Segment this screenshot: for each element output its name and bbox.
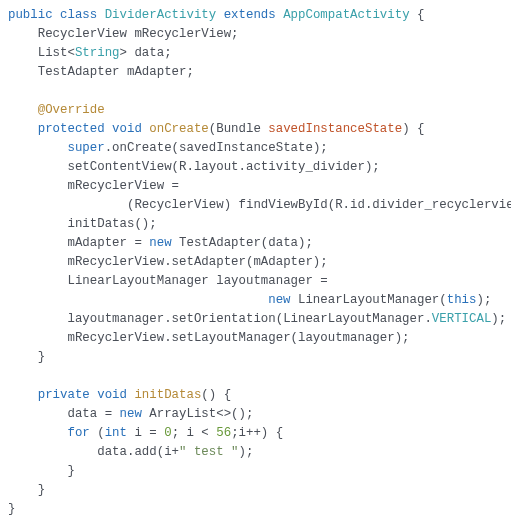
- field-decl: List: [38, 46, 68, 60]
- param-savedinstancestate: savedInstanceState: [268, 122, 402, 136]
- for-prefix: (: [90, 426, 105, 440]
- keyword-class: class: [60, 8, 97, 22]
- keyword-protected: protected: [38, 122, 105, 136]
- assign-mrecyclerview: mRecyclerView =: [68, 179, 180, 193]
- annotation-override: @Override: [38, 103, 105, 117]
- llm-new-suffix: );: [476, 293, 491, 307]
- keyword-void: void: [97, 388, 127, 402]
- method-oncreate: onCreate: [149, 122, 209, 136]
- llm-new-prefix: LinearLayoutManager(: [291, 293, 447, 307]
- lt: <: [68, 46, 75, 60]
- keyword-new: new: [268, 293, 290, 307]
- keyword-public: public: [8, 8, 53, 22]
- keyword-extends: extends: [224, 8, 276, 22]
- type-divideractivity: DividerActivity: [105, 8, 217, 22]
- llm-decl: LinearLayoutManager layoutmanager =: [68, 274, 328, 288]
- num-0: 0: [164, 426, 171, 440]
- keyword-super: super: [68, 141, 105, 155]
- for-var: i =: [127, 426, 164, 440]
- keyword-for: for: [68, 426, 90, 440]
- const-vertical: VERTICAL: [432, 312, 492, 326]
- keyword-private: private: [38, 388, 90, 402]
- space: [216, 8, 223, 22]
- keyword-void: void: [112, 122, 142, 136]
- rparen-brace: ) {: [402, 122, 424, 136]
- call-setcontentview: setContentView(R.layout.activity_divider…: [68, 160, 380, 174]
- keyword-this: this: [447, 293, 477, 307]
- call-initdatas: initDatas();: [68, 217, 157, 231]
- num-56: 56: [216, 426, 231, 440]
- space: [105, 122, 112, 136]
- call-setorientation-prefix: layoutmanager.setOrientation(LinearLayou…: [68, 312, 432, 326]
- assign-madapter-prefix: mAdapter =: [68, 236, 150, 250]
- brace-close: }: [68, 464, 75, 478]
- keyword-new: new: [149, 236, 171, 250]
- brace-close: }: [38, 350, 45, 364]
- string-test: " test ": [179, 445, 239, 459]
- paren-brace: () {: [201, 388, 231, 402]
- type-appcompatactivity: AppCompatActivity: [283, 8, 409, 22]
- method-initdatas: initDatas: [134, 388, 201, 402]
- assign-data-prefix: data =: [68, 407, 120, 421]
- space: [53, 8, 60, 22]
- field-decl: RecyclerView mRecyclerView;: [38, 27, 239, 41]
- call-add-prefix: data.add(i+: [97, 445, 179, 459]
- keyword-int: int: [105, 426, 127, 440]
- brace-close: }: [8, 502, 15, 516]
- call-setadapter: mRecyclerView.setAdapter(mAdapter);: [68, 255, 328, 269]
- call-add-suffix: );: [239, 445, 254, 459]
- for-inc: ;i++) {: [231, 426, 283, 440]
- call-oncreate: .onCreate(savedInstanceState);: [105, 141, 328, 155]
- brace-close: }: [38, 483, 45, 497]
- code-block: public class DividerActivity extends App…: [0, 0, 511, 519]
- type-bundle: Bundle: [216, 122, 268, 136]
- call-setorientation-suffix: );: [491, 312, 506, 326]
- field-decl: data;: [127, 46, 172, 60]
- space: [97, 8, 104, 22]
- brace-open: {: [410, 8, 425, 22]
- call-setlayoutmanager: mRecyclerView.setLayoutManager(layoutman…: [68, 331, 410, 345]
- arraylist-suffix: ArrayList<>();: [142, 407, 254, 421]
- gt: >: [120, 46, 127, 60]
- field-decl: TestAdapter mAdapter;: [38, 65, 194, 79]
- for-cond: ; i <: [172, 426, 217, 440]
- call-testadapter: TestAdapter(data);: [172, 236, 313, 250]
- keyword-new: new: [120, 407, 142, 421]
- call-findviewbyid: (RecyclerView) findViewById(R.id.divider…: [127, 198, 511, 212]
- type-string: String: [75, 46, 120, 60]
